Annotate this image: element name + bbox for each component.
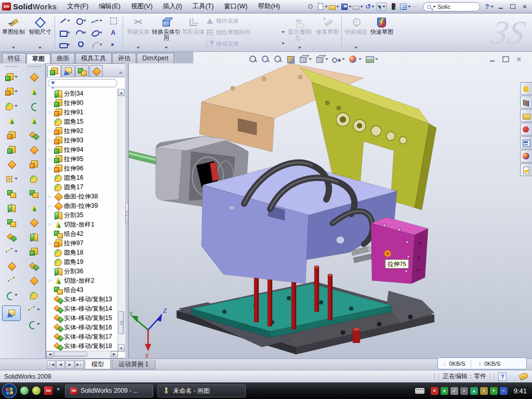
scroll-thumb[interactable] bbox=[118, 311, 124, 334]
delete-face-button[interactable] bbox=[24, 215, 44, 230]
scroll-left-button[interactable]: ◀ bbox=[46, 351, 54, 357]
tree-item[interactable]: ▷拉伸95 bbox=[46, 154, 118, 164]
curve-button[interactable] bbox=[2, 273, 21, 288]
sketch-trim-box-button[interactable] bbox=[105, 15, 121, 26]
tree-item[interactable]: 圆角15 bbox=[46, 117, 118, 126]
display-style-button[interactable] bbox=[315, 55, 328, 64]
expand-arrow-icon[interactable]: ▷ bbox=[48, 194, 52, 199]
search-input[interactable]: Solic bbox=[437, 4, 450, 10]
intersect-button[interactable] bbox=[2, 215, 21, 230]
expand-arrow-icon[interactable]: ▷ bbox=[48, 222, 52, 227]
tree-item[interactable]: 实体-移动/复制13 bbox=[46, 295, 118, 304]
prev-tab-button[interactable]: ◀ bbox=[56, 361, 65, 369]
tree-item[interactable]: 圆角17 bbox=[46, 182, 118, 192]
view-palette-tab[interactable] bbox=[520, 136, 532, 149]
solidworks-search-tab[interactable] bbox=[520, 123, 532, 136]
pin-toolbar-button[interactable] bbox=[305, 2, 315, 11]
tab-评估[interactable]: 评估 bbox=[112, 53, 136, 63]
section-view-button[interactable] bbox=[286, 55, 295, 64]
last-tab-button[interactable]: ▶❘ bbox=[75, 361, 84, 369]
tree-item[interactable]: 实体-移动/复制14 bbox=[46, 304, 118, 313]
messenger-quicklaunch-icon[interactable] bbox=[20, 387, 29, 395]
offset-surface-button[interactable] bbox=[24, 142, 44, 157]
hide-show-items-button[interactable] bbox=[331, 55, 345, 64]
tab-model[interactable]: 模型 bbox=[85, 360, 111, 369]
tab-DimXpert[interactable]: DimXpert bbox=[137, 53, 174, 63]
next-tab-button[interactable]: ▶ bbox=[65, 361, 74, 369]
tree-item[interactable]: 分割35 bbox=[46, 210, 118, 220]
tree-item[interactable]: ▷拉伸90 bbox=[46, 98, 118, 108]
tag-icon[interactable] bbox=[518, 372, 528, 381]
move-copy-body-button[interactable] bbox=[2, 230, 21, 244]
hscroll-thumb[interactable] bbox=[54, 352, 87, 357]
app-restore-button[interactable] bbox=[508, 2, 518, 11]
trim-entities-button[interactable]: 剪裁实体 bbox=[125, 15, 152, 50]
fm-tab-dimxpertmanager[interactable] bbox=[89, 65, 103, 77]
tree-item[interactable]: 分割34 bbox=[46, 89, 118, 98]
view-orientation-button[interactable] bbox=[298, 55, 312, 64]
solidworks-quicklaunch-icon[interactable]: SW bbox=[44, 387, 52, 395]
tree-item[interactable]: ▷曲面-拉伸38 bbox=[46, 192, 118, 201]
fillet-button[interactable] bbox=[2, 99, 21, 113]
menu-窗口(W)[interactable]: 窗口(W) bbox=[219, 0, 252, 13]
thicken-button[interactable] bbox=[24, 288, 44, 302]
curves-button[interactable] bbox=[24, 317, 44, 331]
search-box[interactable]: Solic bbox=[423, 2, 480, 11]
sketch-polygon-button[interactable] bbox=[73, 38, 89, 50]
mirror-entities-button[interactable]: 镜向实体 bbox=[206, 17, 285, 25]
model-3d-view[interactable]: Y Z X bbox=[129, 52, 532, 358]
file-explorer-tab[interactable] bbox=[520, 109, 532, 122]
scroll-right-button[interactable]: ▶ bbox=[111, 351, 118, 357]
tree-item[interactable]: 实体-移动/复制18 bbox=[46, 341, 118, 351]
menu-编辑(E)[interactable]: 编辑(E) bbox=[94, 0, 126, 13]
menu-文件(F)[interactable]: 文件(F) bbox=[62, 0, 94, 13]
reference-geometry-button[interactable] bbox=[24, 302, 44, 317]
security-center-red-tray-icon[interactable]: × bbox=[431, 387, 438, 395]
swept-boss-button[interactable] bbox=[2, 113, 21, 128]
tree-item[interactable]: ▷拉伸93 bbox=[46, 136, 118, 145]
feature-filter-input[interactable] bbox=[48, 79, 117, 87]
doc-minimize-button[interactable] bbox=[487, 55, 497, 63]
expand-arrow-icon[interactable]: ▷ bbox=[48, 278, 52, 283]
start-button[interactable] bbox=[2, 383, 17, 398]
audio-tray-icon[interactable]: ◗ bbox=[460, 387, 468, 395]
traffic-blue-tray-icon[interactable]: − bbox=[500, 387, 508, 395]
toolbar-drag-handle[interactable] bbox=[27, 65, 41, 68]
tree-item[interactable]: ▷拉伸97 bbox=[46, 238, 118, 248]
linear-pattern-button[interactable] bbox=[2, 171, 21, 186]
sketch-button[interactable]: 草图绘制 bbox=[0, 15, 27, 50]
edit-appearance-button[interactable] bbox=[348, 55, 362, 64]
doc-restore-button[interactable] bbox=[501, 55, 510, 63]
sketch-arc-button[interactable] bbox=[73, 26, 89, 38]
expand-arrow-icon[interactable]: ▷ bbox=[48, 101, 52, 105]
sketch-point-button[interactable] bbox=[105, 38, 121, 50]
plane-button[interactable] bbox=[2, 259, 21, 273]
new-file-button[interactable] bbox=[317, 2, 327, 11]
replace-face-button[interactable] bbox=[24, 230, 44, 244]
taskbar-clock[interactable]: 9:41 bbox=[514, 387, 527, 395]
tree-item[interactable]: ▷曲面-拉伸39 bbox=[46, 201, 118, 210]
shield-green-tray-icon[interactable]: s bbox=[441, 387, 448, 395]
zoom-to-area-button[interactable] bbox=[261, 55, 270, 64]
sketch-sketch-fillet-button[interactable] bbox=[89, 38, 105, 50]
tree-item[interactable]: ▷拉伸94 bbox=[46, 145, 118, 154]
offset-entities-button[interactable]: 等距实体 bbox=[181, 15, 206, 50]
health-shield-green-tray-icon[interactable]: + bbox=[490, 387, 498, 395]
tree-item[interactable]: ▷拉伸92 bbox=[46, 126, 118, 136]
model-magenta-block[interactable] bbox=[371, 217, 428, 284]
extend-surface-button[interactable] bbox=[24, 244, 44, 259]
tree-item[interactable]: 圆角16 bbox=[46, 173, 118, 182]
display-delete-relations-button[interactable]: 显示/删除几... bbox=[285, 15, 315, 50]
tab-motion-study[interactable]: 运动算例 1 bbox=[112, 360, 155, 369]
search-tool-tray-icon[interactable]: ✓ bbox=[450, 387, 458, 395]
sketch-slot-button[interactable] bbox=[57, 38, 73, 50]
save-button[interactable] bbox=[341, 2, 351, 11]
planar-surface-button[interactable] bbox=[24, 157, 44, 171]
magnify-lens-button[interactable] bbox=[273, 55, 283, 64]
taskbar-task-solidworks[interactable]: SWSolidWorks 2009 - ... bbox=[65, 384, 153, 397]
tree-item[interactable]: ▷切除-放样2 bbox=[46, 276, 118, 285]
move-entities-button[interactable]: 移动实体 bbox=[206, 40, 285, 48]
menu-插入(I)[interactable]: 插入(I) bbox=[158, 0, 188, 13]
tab-曲面[interactable]: 曲面 bbox=[51, 53, 75, 63]
untrim-surface-button[interactable] bbox=[24, 273, 44, 288]
